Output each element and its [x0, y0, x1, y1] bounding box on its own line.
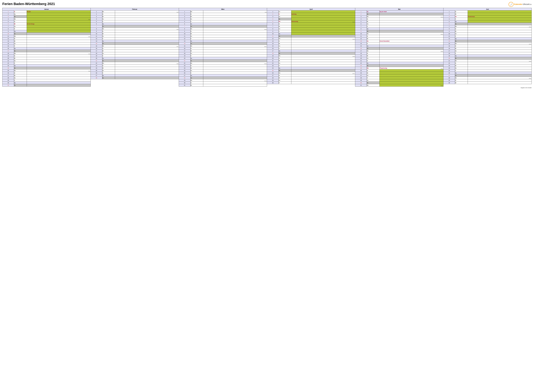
- weekday: Do: [367, 40, 380, 42]
- day-number: 18: [2, 52, 14, 55]
- day-number: 23: [443, 65, 455, 67]
- weekday: Fr: [455, 18, 468, 20]
- day-cell: [203, 18, 267, 20]
- day-number: 30: [267, 82, 279, 84]
- weekday: Mo: [367, 84, 380, 87]
- weekday: Mo: [14, 35, 27, 37]
- day-number: 28: [179, 77, 191, 79]
- weekday: Sa: [367, 45, 380, 47]
- day-number: 29: [267, 79, 279, 82]
- weekday: So: [191, 25, 203, 28]
- weekday: Mo: [367, 33, 380, 35]
- day-number: 29: [2, 79, 14, 82]
- day-number: 12: [267, 37, 279, 40]
- weekday: Sa: [279, 15, 291, 18]
- day-cell: [291, 18, 355, 20]
- weekday: Fr: [367, 25, 380, 28]
- day-cell: KW15: [291, 37, 355, 40]
- day-number: 28: [2, 77, 14, 79]
- day-cell: [203, 23, 267, 25]
- day-number: 16: [179, 47, 191, 50]
- weekday: Fr: [14, 10, 27, 13]
- calendar-week-label: KW17: [353, 73, 355, 74]
- day-cell: [380, 69, 443, 72]
- weekday: Mi: [14, 74, 27, 77]
- day-cell: [115, 20, 179, 23]
- day-cell: [380, 77, 443, 79]
- weekday: Fr: [191, 72, 203, 74]
- day-cell: [468, 52, 532, 55]
- day-number: 27: [443, 74, 455, 77]
- weekday: Sa: [14, 82, 27, 84]
- weekday: Sa: [191, 74, 203, 77]
- day-number: 25: [2, 69, 14, 72]
- calendar-row: 14Do14So14So14Mi14Fr14MoKW24: [2, 42, 532, 45]
- holiday-label: Tag der Arbeit: [380, 11, 387, 12]
- day-cell: [115, 18, 179, 20]
- weekday: Fr: [455, 35, 468, 37]
- day-number: 21: [267, 60, 279, 62]
- day-cell: [115, 77, 179, 79]
- weekday: Di: [102, 30, 115, 33]
- day-cell: [203, 35, 267, 37]
- weekday: So: [14, 33, 27, 35]
- calendar-row: 10So10Mi10Mi10Sa10MoKW1910Do: [2, 33, 532, 35]
- weekday: Do: [367, 74, 380, 77]
- weekday: Do: [102, 69, 115, 72]
- day-cell: [291, 25, 355, 28]
- day-number: 1: [2, 10, 14, 13]
- calendar-week-label: KW9: [265, 12, 267, 13]
- day-number: 19: [443, 55, 455, 57]
- weekday: Do: [102, 18, 115, 20]
- calendar-row: 25MoKW425Do25Do25So25Di25Fr: [2, 69, 532, 72]
- day-cell: [203, 47, 267, 50]
- day-number: 22: [2, 62, 14, 65]
- month-header: Juni: [443, 8, 532, 10]
- day-number: 15: [91, 45, 102, 47]
- day-number: 11: [179, 35, 191, 37]
- logo-text-kalender: Kalender: [514, 3, 522, 5]
- holiday-label: Pfingstmontag: [380, 68, 387, 69]
- day-cell: [291, 30, 355, 33]
- day-cell: [27, 40, 91, 42]
- day-cell: KW3: [27, 52, 91, 55]
- day-cell: [203, 20, 267, 23]
- calendar-week-label: KW22: [441, 85, 443, 86]
- day-number: 3: [355, 15, 367, 18]
- weekday: Do: [279, 10, 291, 13]
- day-number: 9: [2, 30, 14, 33]
- day-number: 25: [355, 69, 367, 72]
- day-number: 16: [267, 47, 279, 50]
- day-cell: [115, 50, 179, 52]
- day-cell: [380, 35, 443, 37]
- day-number: 8: [2, 28, 14, 30]
- day-number: 13: [443, 40, 455, 42]
- calendar-row: 7Do7So7So7Mi7Fr7MoKW23: [2, 25, 532, 28]
- logo-text-uhrzeit: Uhrzeit: [523, 3, 529, 5]
- weekday: So: [102, 60, 115, 62]
- day-number: 11: [91, 35, 102, 37]
- day-cell: [291, 28, 355, 30]
- day-number: 30: [2, 82, 14, 84]
- weekday: Di: [279, 57, 291, 60]
- day-number: 26: [2, 72, 14, 74]
- day-number: 22: [355, 62, 367, 65]
- calendar-row: 27Mi27Sa27Sa27Di27Do27So: [2, 74, 532, 77]
- day-number: 10: [267, 33, 279, 35]
- day-cell: [203, 77, 267, 79]
- weekday: Mo: [279, 55, 291, 57]
- day-number: 6: [2, 23, 14, 25]
- day-cell: [468, 45, 532, 47]
- weekday: So: [279, 35, 291, 37]
- calendar-week-label: KW1: [88, 19, 90, 20]
- day-number: 31: [355, 84, 367, 87]
- calendar-row: 31So31Mi31MoKW22: [2, 84, 532, 87]
- day-cell: [27, 13, 91, 15]
- calendar-week-label: KW7: [176, 46, 178, 47]
- day-number: 4: [179, 18, 191, 20]
- weekday: Di: [14, 72, 27, 74]
- weekday: So: [367, 82, 380, 84]
- day-cell: [380, 47, 443, 50]
- day-cell: KW22: [380, 84, 443, 87]
- day-cell: [27, 77, 91, 79]
